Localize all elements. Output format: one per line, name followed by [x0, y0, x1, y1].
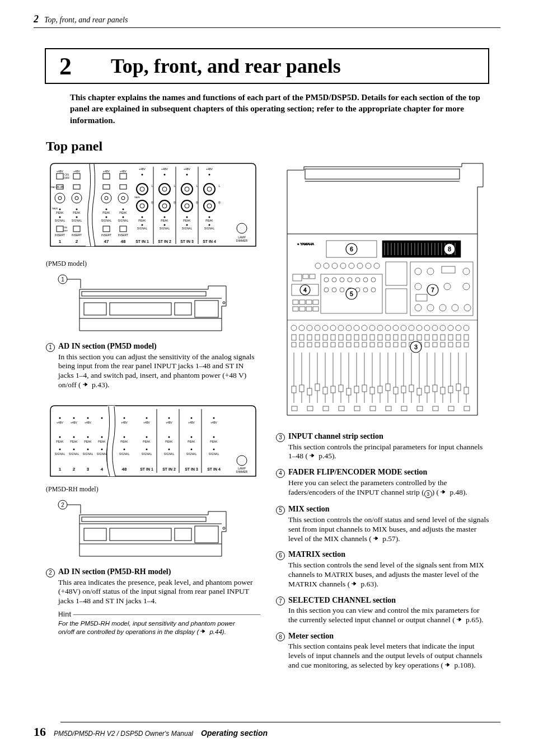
svg-text:PEAK: PEAK: [165, 440, 173, 443]
svg-point-94: [186, 224, 188, 226]
svg-rect-363: [433, 342, 437, 347]
svg-point-46: [118, 193, 128, 203]
svg-rect-285: [442, 266, 455, 273]
svg-rect-292: [306, 300, 312, 304]
svg-rect-153: [107, 406, 115, 476]
svg-point-156: [124, 436, 125, 438]
svg-text:SIGNAL: SIGNAL: [55, 219, 65, 222]
footer-section-title: Operating section: [201, 729, 268, 738]
svg-rect-403: [417, 388, 421, 395]
svg-rect-52: [120, 226, 127, 232]
svg-rect-391: [370, 387, 374, 394]
svg-rect-327: [331, 335, 335, 340]
circled-number-8-icon: 8: [276, 632, 285, 641]
item-title: MIX section: [288, 505, 330, 514]
svg-text:L: L: [152, 184, 153, 187]
svg-point-84: [186, 174, 188, 176]
svg-text:48: 48: [121, 239, 126, 244]
item-heading: 8 Meter section: [276, 632, 490, 641]
svg-rect-199: [82, 517, 206, 522]
svg-point-206: [223, 527, 225, 529]
svg-rect-202: [110, 528, 171, 541]
svg-point-57: [137, 184, 148, 195]
item-heading: 4 FADER FLIP/ENCODER MODE section: [276, 468, 490, 477]
svg-point-269: [371, 288, 376, 292]
svg-rect-288: [386, 262, 407, 285]
svg-point-135: [73, 436, 75, 438]
svg-rect-44: [120, 173, 127, 179]
hint-body: For the PM5D-RH model, input sensitivity…: [58, 619, 249, 636]
svg-text:PEAK: PEAK: [188, 440, 195, 443]
svg-text:4: 4: [303, 287, 307, 293]
svg-rect-416: [292, 406, 297, 411]
svg-rect-325: [315, 335, 320, 340]
svg-rect-296: [306, 307, 312, 311]
svg-text:ST IN 3: ST IN 3: [180, 240, 194, 243]
svg-point-90: [185, 204, 189, 208]
page-ref-arrow-icon: [308, 453, 317, 458]
item-body: This section contains peak level meters …: [288, 642, 490, 670]
svg-text:SIGNAL: SIGNAL: [142, 452, 152, 456]
svg-rect-123: [195, 300, 218, 317]
svg-rect-323: [299, 335, 304, 340]
page-ref-arrow-icon: [455, 617, 464, 622]
svg-point-76: [162, 204, 167, 208]
svg-point-273: [415, 268, 421, 275]
svg-rect-358: [394, 342, 398, 347]
svg-rect-336: [401, 335, 406, 340]
svg-rect-371: [292, 386, 296, 393]
svg-text:PEAK: PEAK: [205, 219, 213, 222]
svg-text:GAIN: GAIN: [134, 196, 140, 199]
svg-rect-28: [73, 226, 80, 232]
svg-rect-204: [195, 526, 218, 543]
page-ref-arrow-icon: [439, 489, 448, 495]
svg-text:PEAK: PEAK: [183, 219, 191, 222]
svg-rect-340: [433, 335, 437, 340]
svg-text:ON: ON: [64, 226, 67, 229]
svg-rect-389: [362, 385, 367, 392]
svg-rect-350: [331, 342, 335, 347]
svg-point-263: [324, 288, 329, 292]
svg-point-280: [427, 304, 434, 311]
svg-text:+48V: +48V: [120, 170, 127, 173]
svg-text:PAD: PAD: [51, 186, 55, 189]
svg-point-179: [191, 436, 193, 438]
svg-rect-330: [354, 335, 359, 340]
svg-point-260: [355, 278, 360, 282]
svg-point-98: [209, 174, 210, 176]
svg-point-306: [346, 325, 352, 331]
svg-point-303: [322, 325, 328, 331]
svg-point-276: [415, 283, 421, 290]
svg-rect-328: [339, 335, 343, 340]
svg-point-283: [464, 304, 471, 311]
svg-point-144: [87, 449, 89, 450]
callout-console-1: 1: [46, 268, 260, 335]
svg-rect-331: [362, 335, 367, 340]
svg-rect-347: [307, 342, 312, 347]
item-title: INPUT channel strip section: [288, 432, 383, 441]
svg-point-241: [315, 263, 321, 269]
item-body: Here you can select the parameters contr…: [288, 478, 490, 499]
circled-number-5-icon: 5: [276, 506, 285, 515]
svg-rect-322: [292, 335, 296, 340]
svg-point-181: [191, 449, 193, 450]
list-item-6: 6 MATRIX section This section controls t…: [276, 550, 490, 589]
svg-point-300: [299, 325, 305, 331]
svg-text:47: 47: [104, 239, 109, 244]
item-title: MATRIX section: [288, 550, 345, 559]
svg-point-318: [440, 325, 446, 331]
svg-text:SIGNAL: SIGNAL: [137, 227, 148, 230]
svg-rect-343: [456, 335, 461, 340]
svg-text:ST IN 1: ST IN 1: [135, 240, 149, 243]
svg-rect-418: [323, 406, 329, 411]
svg-rect-326: [323, 335, 327, 340]
svg-point-320: [456, 325, 461, 331]
svg-text:L: L: [174, 184, 176, 187]
svg-point-161: [146, 417, 148, 419]
svg-point-302: [315, 325, 320, 331]
svg-point-104: [207, 204, 212, 208]
footer-page-number: 16: [34, 725, 46, 739]
svg-text:+48V: +48V: [210, 421, 217, 424]
item-title: AD IN section (PM5D-RH model): [58, 567, 171, 576]
svg-text:+48V: +48V: [57, 170, 63, 173]
